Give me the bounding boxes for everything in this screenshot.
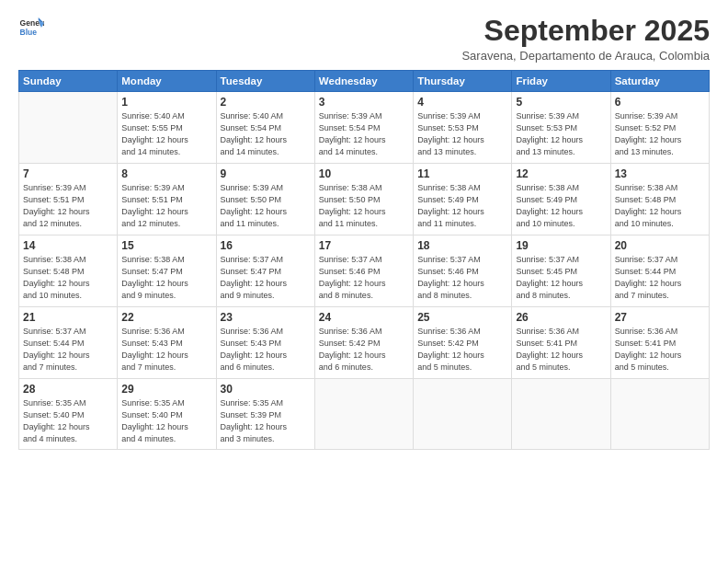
day-info: Sunrise: 5:40 AM Sunset: 5:55 PM Dayligh…	[121, 110, 211, 158]
table-row	[610, 379, 709, 450]
day-number: 8	[121, 167, 211, 180]
table-row: 1Sunrise: 5:40 AM Sunset: 5:55 PM Daylig…	[118, 92, 216, 164]
table-row	[512, 379, 610, 450]
table-row: 20Sunrise: 5:37 AM Sunset: 5:44 PM Dayli…	[610, 236, 709, 307]
table-row: 15Sunrise: 5:38 AM Sunset: 5:47 PM Dayli…	[118, 236, 216, 307]
day-number: 2	[221, 96, 311, 109]
table-row: 23Sunrise: 5:36 AM Sunset: 5:43 PM Dayli…	[216, 307, 314, 379]
day-number: 24	[319, 311, 409, 324]
col-tuesday: Tuesday	[216, 71, 314, 92]
day-info: Sunrise: 5:37 AM Sunset: 5:44 PM Dayligh…	[23, 326, 113, 373]
day-number: 20	[615, 239, 705, 252]
day-number: 22	[121, 311, 211, 324]
table-row: 13Sunrise: 5:38 AM Sunset: 5:48 PM Dayli…	[610, 164, 709, 236]
day-number: 9	[221, 167, 311, 180]
svg-text:Blue: Blue	[20, 28, 38, 37]
day-number: 19	[516, 239, 606, 252]
day-info: Sunrise: 5:35 AM Sunset: 5:39 PM Dayligh…	[221, 397, 311, 445]
col-friday: Friday	[512, 71, 610, 92]
calendar-header-row: Sunday Monday Tuesday Wednesday Thursday…	[19, 71, 710, 92]
day-info: Sunrise: 5:37 AM Sunset: 5:46 PM Dayligh…	[319, 254, 409, 302]
table-row: 5Sunrise: 5:39 AM Sunset: 5:53 PM Daylig…	[512, 92, 610, 164]
day-info: Sunrise: 5:36 AM Sunset: 5:42 PM Dayligh…	[417, 326, 507, 373]
day-number: 12	[516, 167, 606, 180]
day-info: Sunrise: 5:35 AM Sunset: 5:40 PM Dayligh…	[121, 397, 211, 445]
logo: General Blue	[18, 15, 44, 40]
day-info: Sunrise: 5:35 AM Sunset: 5:40 PM Dayligh…	[23, 397, 113, 445]
day-info: Sunrise: 5:38 AM Sunset: 5:50 PM Dayligh…	[319, 182, 409, 230]
day-number: 26	[516, 311, 606, 324]
day-info: Sunrise: 5:39 AM Sunset: 5:51 PM Dayligh…	[121, 182, 211, 230]
location-subtitle: Saravena, Departamento de Arauca, Colomb…	[461, 49, 710, 63]
day-info: Sunrise: 5:39 AM Sunset: 5:54 PM Dayligh…	[319, 110, 409, 158]
day-info: Sunrise: 5:38 AM Sunset: 5:48 PM Dayligh…	[615, 182, 705, 230]
day-info: Sunrise: 5:38 AM Sunset: 5:48 PM Dayligh…	[23, 254, 113, 302]
day-info: Sunrise: 5:38 AM Sunset: 5:49 PM Dayligh…	[417, 182, 507, 230]
calendar-table: Sunday Monday Tuesday Wednesday Thursday…	[18, 70, 710, 450]
day-info: Sunrise: 5:36 AM Sunset: 5:43 PM Dayligh…	[221, 326, 311, 373]
calendar-week-row: 1Sunrise: 5:40 AM Sunset: 5:55 PM Daylig…	[19, 92, 710, 164]
day-number: 21	[23, 311, 113, 324]
day-info: Sunrise: 5:36 AM Sunset: 5:42 PM Dayligh…	[319, 326, 409, 373]
day-number: 4	[417, 96, 507, 109]
table-row: 3Sunrise: 5:39 AM Sunset: 5:54 PM Daylig…	[314, 92, 413, 164]
table-row: 10Sunrise: 5:38 AM Sunset: 5:50 PM Dayli…	[314, 164, 413, 236]
day-info: Sunrise: 5:37 AM Sunset: 5:47 PM Dayligh…	[221, 254, 311, 302]
day-number: 29	[121, 383, 211, 396]
calendar-week-row: 28Sunrise: 5:35 AM Sunset: 5:40 PM Dayli…	[19, 379, 710, 450]
day-number: 16	[221, 239, 311, 252]
day-number: 6	[615, 96, 705, 109]
day-number: 18	[417, 239, 507, 252]
header: General Blue September 2025 Saravena, De…	[18, 15, 710, 63]
day-number: 7	[23, 167, 113, 180]
col-wednesday: Wednesday	[314, 71, 413, 92]
table-row: 27Sunrise: 5:36 AM Sunset: 5:41 PM Dayli…	[610, 307, 709, 379]
day-number: 27	[615, 311, 705, 324]
table-row: 30Sunrise: 5:35 AM Sunset: 5:39 PM Dayli…	[216, 379, 314, 450]
table-row	[19, 92, 118, 164]
table-row: 8Sunrise: 5:39 AM Sunset: 5:51 PM Daylig…	[118, 164, 216, 236]
day-info: Sunrise: 5:39 AM Sunset: 5:52 PM Dayligh…	[615, 110, 705, 158]
table-row: 18Sunrise: 5:37 AM Sunset: 5:46 PM Dayli…	[414, 236, 512, 307]
day-number: 17	[319, 239, 409, 252]
day-info: Sunrise: 5:38 AM Sunset: 5:47 PM Dayligh…	[121, 254, 211, 302]
table-row: 14Sunrise: 5:38 AM Sunset: 5:48 PM Dayli…	[19, 236, 118, 307]
day-info: Sunrise: 5:37 AM Sunset: 5:45 PM Dayligh…	[516, 254, 606, 302]
day-info: Sunrise: 5:39 AM Sunset: 5:53 PM Dayligh…	[516, 110, 606, 158]
day-number: 1	[121, 96, 211, 109]
day-number: 3	[319, 96, 409, 109]
table-row: 7Sunrise: 5:39 AM Sunset: 5:51 PM Daylig…	[19, 164, 118, 236]
calendar-week-row: 14Sunrise: 5:38 AM Sunset: 5:48 PM Dayli…	[19, 236, 710, 307]
day-number: 5	[516, 96, 606, 109]
day-info: Sunrise: 5:37 AM Sunset: 5:44 PM Dayligh…	[615, 254, 705, 302]
table-row: 6Sunrise: 5:39 AM Sunset: 5:52 PM Daylig…	[610, 92, 709, 164]
table-row: 19Sunrise: 5:37 AM Sunset: 5:45 PM Dayli…	[512, 236, 610, 307]
table-row	[314, 379, 413, 450]
day-info: Sunrise: 5:38 AM Sunset: 5:49 PM Dayligh…	[516, 182, 606, 230]
day-number: 23	[221, 311, 311, 324]
col-saturday: Saturday	[610, 71, 709, 92]
table-row: 24Sunrise: 5:36 AM Sunset: 5:42 PM Dayli…	[314, 307, 413, 379]
table-row: 11Sunrise: 5:38 AM Sunset: 5:49 PM Dayli…	[414, 164, 512, 236]
col-monday: Monday	[118, 71, 216, 92]
calendar-week-row: 21Sunrise: 5:37 AM Sunset: 5:44 PM Dayli…	[19, 307, 710, 379]
day-info: Sunrise: 5:39 AM Sunset: 5:51 PM Dayligh…	[23, 182, 113, 230]
table-row: 29Sunrise: 5:35 AM Sunset: 5:40 PM Dayli…	[118, 379, 216, 450]
table-row: 17Sunrise: 5:37 AM Sunset: 5:46 PM Dayli…	[314, 236, 413, 307]
day-info: Sunrise: 5:39 AM Sunset: 5:53 PM Dayligh…	[417, 110, 507, 158]
day-number: 28	[23, 383, 113, 396]
day-number: 14	[23, 239, 113, 252]
day-info: Sunrise: 5:37 AM Sunset: 5:46 PM Dayligh…	[417, 254, 507, 302]
day-number: 10	[319, 167, 409, 180]
calendar-week-row: 7Sunrise: 5:39 AM Sunset: 5:51 PM Daylig…	[19, 164, 710, 236]
title-block: September 2025 Saravena, Departamento de…	[461, 15, 710, 63]
col-sunday: Sunday	[19, 71, 118, 92]
day-number: 15	[121, 239, 211, 252]
table-row: 9Sunrise: 5:39 AM Sunset: 5:50 PM Daylig…	[216, 164, 314, 236]
table-row: 26Sunrise: 5:36 AM Sunset: 5:41 PM Dayli…	[512, 307, 610, 379]
table-row: 22Sunrise: 5:36 AM Sunset: 5:43 PM Dayli…	[118, 307, 216, 379]
day-info: Sunrise: 5:36 AM Sunset: 5:41 PM Dayligh…	[516, 326, 606, 373]
day-number: 13	[615, 167, 705, 180]
table-row: 4Sunrise: 5:39 AM Sunset: 5:53 PM Daylig…	[414, 92, 512, 164]
logo-icon: General Blue	[18, 15, 44, 40]
